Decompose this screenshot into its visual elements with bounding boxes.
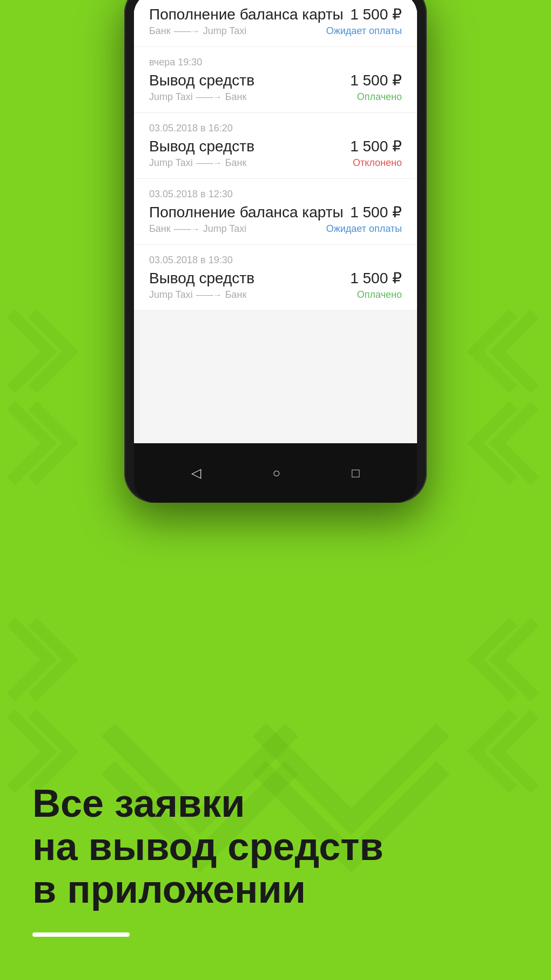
bottom-section: Все заявки на вывод средств в приложении xyxy=(32,782,519,937)
headline-line1: Все заявки xyxy=(32,782,519,825)
transaction-item[interactable]: Пополнение баланса карты 1 500 ₽ Банк ——… xyxy=(134,0,417,47)
phone-body: Пополнение баланса карты 1 500 ₽ Банк ——… xyxy=(124,0,427,503)
phone-screen: Пополнение баланса карты 1 500 ₽ Банк ——… xyxy=(134,0,417,443)
arrow-icon: ——→ xyxy=(196,290,222,300)
transaction-item[interactable]: вчера 19:30 Вывод средств 1 500 ₽ Jump T… xyxy=(134,47,417,113)
transaction-amount: 1 500 ₽ xyxy=(350,269,402,287)
transaction-route: Банк ——→ Jump Taxi xyxy=(149,25,246,37)
transaction-title: Вывод средств xyxy=(149,72,254,89)
transaction-title: Пополнение баланса карты xyxy=(149,6,344,23)
transaction-amount: 1 500 ₽ xyxy=(350,71,402,89)
transaction-date: 03.05.2018 в 12:30 xyxy=(149,189,402,200)
recents-nav-button[interactable]: □ xyxy=(352,465,360,481)
transaction-route: Jump Taxi ——→ Банк xyxy=(149,289,246,301)
transaction-date: 03.05.2018 в 16:20 xyxy=(149,123,402,134)
arrow-icon: ——→ xyxy=(196,158,222,168)
transaction-status: Оплачено xyxy=(357,289,402,301)
main-headline: Все заявки на вывод средств в приложении xyxy=(32,782,519,911)
back-nav-button[interactable]: ◁ xyxy=(191,465,201,481)
transaction-title: Пополнение баланса карты xyxy=(149,204,344,221)
transaction-item[interactable]: 03.05.2018 в 12:30 Пополнение баланса ка… xyxy=(134,179,417,245)
transaction-item[interactable]: 03.05.2018 в 19:30 Вывод средств 1 500 ₽… xyxy=(134,245,417,311)
transaction-date: вчера 19:30 xyxy=(149,57,402,68)
headline-line2: на вывод средств xyxy=(32,825,519,868)
transaction-status: Ожидает оплаты xyxy=(326,25,402,37)
transaction-status: Ожидает оплаты xyxy=(326,223,402,235)
headline-line3: в приложении xyxy=(32,868,519,911)
arrow-icon: ——→ xyxy=(174,26,200,36)
arrow-icon: ——→ xyxy=(196,92,222,102)
transaction-list: Пополнение баланса карты 1 500 ₽ Банк ——… xyxy=(134,0,417,443)
transaction-title: Вывод средств xyxy=(149,138,254,155)
transaction-title: Вывод средств xyxy=(149,270,254,287)
transaction-status: Отклонено xyxy=(353,157,402,169)
transaction-date: 03.05.2018 в 19:30 xyxy=(149,255,402,266)
phone-nav-bar: ◁ ○ □ xyxy=(134,443,417,503)
transaction-status: Оплачено xyxy=(357,91,402,103)
transaction-route: Jump Taxi ——→ Банк xyxy=(149,157,246,169)
home-nav-button[interactable]: ○ xyxy=(272,465,280,481)
white-decorative-bar xyxy=(32,932,130,937)
phone-mockup: Пополнение баланса карты 1 500 ₽ Банк ——… xyxy=(124,0,427,503)
transaction-amount: 1 500 ₽ xyxy=(350,137,402,155)
arrow-icon: ——→ xyxy=(174,224,200,234)
transaction-route: Jump Taxi ——→ Банк xyxy=(149,91,246,103)
transaction-route: Банк ——→ Jump Taxi xyxy=(149,223,246,235)
transaction-item[interactable]: 03.05.2018 в 16:20 Вывод средств 1 500 ₽… xyxy=(134,113,417,179)
transaction-amount: 1 500 ₽ xyxy=(350,5,402,23)
transaction-amount: 1 500 ₽ xyxy=(350,203,402,221)
